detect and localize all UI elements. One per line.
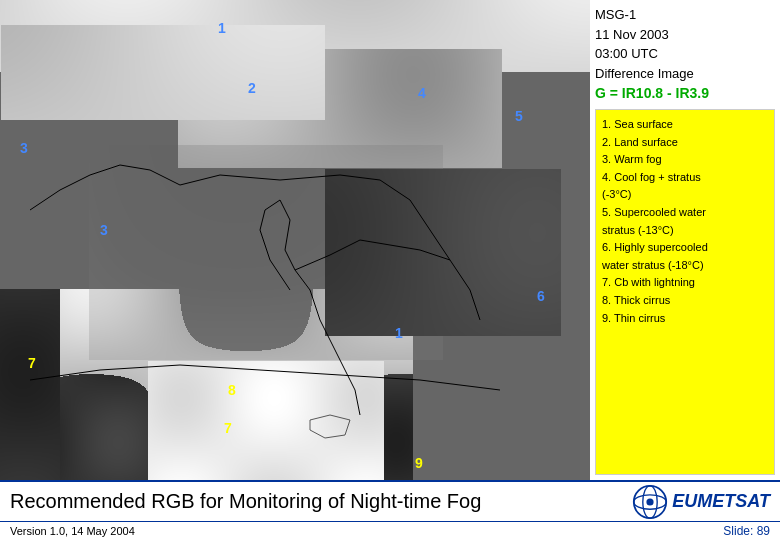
top-section: 1 2 3 3 4 5 6 1 7 8 7 9 MSG-1 11 Nov 200… — [0, 0, 780, 480]
bottom-title: Recommended RGB for Monitoring of Night-… — [10, 490, 632, 513]
legend-item-4: 4. Cool fog + stratus(-3°C) — [602, 169, 768, 204]
legend-item-2: 2. Land surface — [602, 134, 768, 152]
legend-item-5: 5. Supercooled waterstratus (-13°C) — [602, 204, 768, 239]
date: 11 Nov 2003 — [595, 25, 775, 45]
map-label-8: 8 — [228, 382, 236, 398]
map-label-3b: 3 — [100, 222, 108, 238]
svg-point-3 — [647, 498, 654, 505]
legend-item-1: 1. Sea surface — [602, 116, 768, 134]
satellite-image: 1 2 3 3 4 5 6 1 7 8 7 9 — [0, 0, 590, 480]
eumetsat-label: EUMETSAT — [672, 491, 770, 512]
map-label-1: 1 — [218, 20, 226, 36]
map-label-4: 4 — [418, 85, 426, 101]
meta-info: MSG-1 11 Nov 2003 03:00 UTC Difference I… — [595, 5, 775, 104]
legend-box: 1. Sea surface 2. Land surface 3. Warm f… — [595, 109, 775, 475]
eumetsat-icon — [632, 484, 668, 520]
legend-item-7: 7. Cb with lightning — [602, 274, 768, 292]
image-type: Difference Image — [595, 64, 775, 84]
satellite-name: MSG-1 — [595, 5, 775, 25]
main-container: 1 2 3 3 4 5 6 1 7 8 7 9 MSG-1 11 Nov 200… — [0, 0, 780, 540]
map-label-7b: 7 — [224, 420, 232, 436]
map-label-5: 5 — [515, 108, 523, 124]
map-label-6: 6 — [537, 288, 545, 304]
legend-item-8: 8. Thick cirrus — [602, 292, 768, 310]
eumetsat-logo: EUMETSAT — [632, 484, 770, 520]
time: 03:00 UTC — [595, 44, 775, 64]
slide-number: Slide: 89 — [723, 524, 770, 538]
legend-item-9: 9. Thin cirrus — [602, 310, 768, 328]
formula: G = IR10.8 - IR3.9 — [595, 83, 775, 104]
map-label-9: 9 — [415, 455, 423, 471]
map-label-2: 2 — [248, 80, 256, 96]
legend-item-6: 6. Highly supercooledwater stratus (-18°… — [602, 239, 768, 274]
map-label-7a: 7 — [28, 355, 36, 371]
version-text: Version 1.0, 14 May 2004 — [10, 525, 135, 537]
bottom-section: Recommended RGB for Monitoring of Night-… — [0, 480, 780, 521]
map-label-1b: 1 — [395, 325, 403, 341]
right-panel: MSG-1 11 Nov 2003 03:00 UTC Difference I… — [590, 0, 780, 480]
footer-bar: Version 1.0, 14 May 2004 Slide: 89 — [0, 521, 780, 540]
legend-item-3: 3. Warm fog — [602, 151, 768, 169]
map-label-3a: 3 — [20, 140, 28, 156]
